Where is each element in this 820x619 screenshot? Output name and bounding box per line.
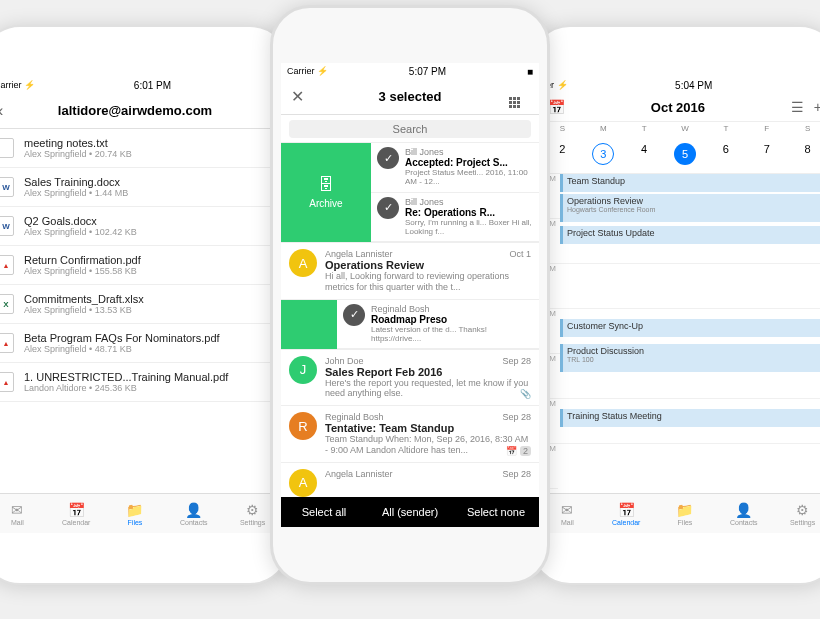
file-row[interactable]: Commitments_Draft.xlsx Alex Springfield … — [0, 285, 282, 324]
file-icon — [0, 216, 14, 236]
subject: Sales Report Feb 2016 — [325, 366, 531, 378]
day-cell[interactable]: 4 — [624, 139, 665, 169]
swipe-archive-group: 🗄 Archive Bill Jones Accepted: Project S… — [281, 143, 539, 243]
back-icon[interactable]: ‹ — [0, 102, 18, 120]
weekday-label: M — [583, 124, 624, 133]
tab-label: Contacts — [180, 519, 208, 526]
mail-row[interactable]: A Angela Lannister Operations Review Hi … — [281, 243, 539, 300]
subject: Tentative: Team Standup — [325, 422, 531, 434]
calendar-event[interactable]: Operations ReviewHogwarts Conference Roo… — [560, 194, 820, 222]
carrier-label: Carrier ⚡ — [0, 80, 35, 90]
list-view-icon[interactable]: ☰ — [791, 99, 804, 115]
battery-icon: ■ — [527, 66, 533, 77]
swiped-mail-row[interactable]: Reginald Bosh Roadmap Preso Latest versi… — [281, 300, 539, 350]
day-cell[interactable]: 3 — [583, 139, 624, 169]
event-canvas[interactable]: Team StandupOperations ReviewHogwarts Co… — [558, 174, 820, 474]
select-all-button[interactable]: Select all — [281, 497, 367, 527]
file-row[interactable]: meeting notes.txt Alex Springfield • 20.… — [0, 129, 282, 168]
tab-label: Settings — [240, 519, 265, 526]
tab-label: Calendar — [62, 519, 90, 526]
file-meta: Alex Springfield • 155.58 KB — [24, 266, 141, 276]
tab-files[interactable]: 📁Files — [106, 494, 165, 533]
calendar-event[interactable]: Team Standup — [560, 174, 820, 192]
tab-bar: ✉Mail📅Calendar📁Files👤Contacts⚙Settings — [538, 493, 820, 533]
event-title: Training Status Meeting — [567, 411, 820, 421]
event-title: Project Status Update — [567, 228, 820, 238]
event-title: Team Standup — [567, 176, 820, 186]
day-cell[interactable]: 5 — [665, 139, 706, 169]
add-event-icon[interactable]: + — [814, 99, 820, 115]
event-location: TRL 100 — [567, 356, 820, 363]
phone-mail: Carrier ⚡ 5:07 PM ■ ✕ 3 selected 🗄 Archi… — [270, 5, 550, 585]
file-icon — [0, 294, 14, 314]
calendar-event[interactable]: Training Status Meeting — [560, 409, 820, 427]
tab-mail[interactable]: ✉Mail — [0, 494, 47, 533]
tab-contacts[interactable]: 👤Contacts — [714, 494, 773, 533]
file-row[interactable]: Beta Program FAQs For Nominators.pdf Ale… — [0, 324, 282, 363]
sender: Bill Jones — [405, 197, 533, 207]
sender: Reginald Bosh — [371, 304, 533, 314]
mail-row[interactable]: R Reginald Bosh Tentative: Team Standup … — [281, 406, 539, 463]
file-row[interactable]: Q2 Goals.docx Alex Springfield • 102.42 … — [0, 207, 282, 246]
subject: Operations Review — [325, 259, 531, 271]
select-none-button[interactable]: Select none — [453, 497, 539, 527]
archive-label: Archive — [309, 198, 342, 209]
close-icon[interactable]: ✕ — [291, 87, 311, 106]
weekday-row: SMTWTFS — [538, 122, 820, 135]
grid-icon[interactable] — [509, 86, 529, 108]
tab-bar: ✉Mail📅Calendar📁Files👤Contacts⚙Settings — [0, 493, 282, 533]
event-title: Operations Review — [567, 196, 820, 206]
swiped-message[interactable]: Bill Jones Re: Operations R... Sorry, I'… — [371, 193, 539, 243]
subject: Accepted: Project S... — [405, 157, 533, 168]
file-row[interactable]: Sales Training.docx Alex Springfield • 1… — [0, 168, 282, 207]
avatar: J — [289, 356, 317, 384]
carrier-label: Carrier ⚡ — [287, 66, 328, 76]
preview: Hi all, Looking forward to reviewing ope… — [325, 271, 531, 293]
tab-contacts[interactable]: 👤Contacts — [164, 494, 223, 533]
tab-settings[interactable]: ⚙Settings — [773, 494, 820, 533]
day-cell[interactable]: 8 — [787, 139, 820, 169]
archive-action[interactable]: 🗄 Archive — [281, 143, 371, 242]
month-label[interactable]: Oct 2016 — [651, 100, 705, 115]
nav-title: laltidore@airwdemo.com — [18, 103, 252, 118]
file-meta: Alex Springfield • 48.71 KB — [24, 344, 220, 354]
settings-icon: ⚙ — [796, 502, 809, 518]
nav-bar: ‹ laltidore@airwdemo.com — [0, 93, 282, 129]
calendar-event[interactable]: Project Status Update — [560, 226, 820, 244]
file-row[interactable]: 1. UNRESTRICTED...Training Manual.pdf La… — [0, 363, 282, 402]
day-row: 2345678 — [538, 135, 820, 174]
clock: 5:04 PM — [675, 80, 712, 91]
weekday-label: W — [665, 124, 706, 133]
search-input[interactable] — [289, 120, 531, 138]
file-row[interactable]: Return Confirmation.pdf Alex Springfield… — [0, 246, 282, 285]
tab-files[interactable]: 📁Files — [656, 494, 715, 533]
select-sender-button[interactable]: All (sender) — [367, 497, 453, 527]
file-list: meeting notes.txt Alex Springfield • 20.… — [0, 129, 282, 402]
avatar: R — [289, 412, 317, 440]
mail-icon: ✉ — [11, 502, 23, 518]
calendar-event[interactable]: Customer Sync-Up — [560, 319, 820, 337]
day-cell[interactable]: 6 — [705, 139, 746, 169]
file-name: Sales Training.docx — [24, 176, 128, 188]
calendar-today-icon[interactable]: 📅 — [548, 99, 565, 115]
phone-files: Carrier ⚡ 6:01 PM ■ ‹ laltidore@airwdemo… — [0, 25, 290, 585]
date: Oct 1 — [509, 249, 531, 259]
file-name: Q2 Goals.docx — [24, 215, 137, 227]
clock: 6:01 PM — [134, 80, 171, 91]
sender: John Doe — [325, 356, 531, 366]
swiped-message[interactable]: Bill Jones Accepted: Project S... Projec… — [371, 143, 539, 193]
file-meta: Alex Springfield • 13.53 KB — [24, 305, 144, 315]
calendar-event[interactable]: Product DiscussionTRL 100 — [560, 344, 820, 372]
calendar-icon: 📅 — [618, 502, 635, 518]
tab-calendar[interactable]: 📅Calendar — [47, 494, 106, 533]
mail-row[interactable]: J John Doe Sales Report Feb 2016 Here's … — [281, 350, 539, 407]
preview: Latest version of the d... Thanks! https… — [371, 325, 533, 343]
archive-action[interactable] — [281, 300, 337, 349]
file-icon — [0, 333, 14, 353]
clock: 5:07 PM — [409, 66, 446, 77]
event-location: Hogwarts Conference Room — [567, 206, 820, 213]
tab-calendar[interactable]: 📅Calendar — [597, 494, 656, 533]
file-icon — [0, 372, 14, 392]
day-cell[interactable]: 7 — [746, 139, 787, 169]
weekday-label: T — [624, 124, 665, 133]
